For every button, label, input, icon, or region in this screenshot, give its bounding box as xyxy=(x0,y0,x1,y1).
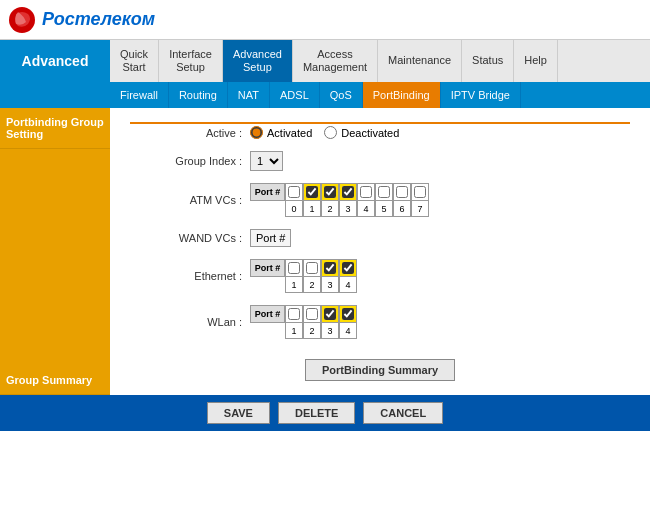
wlan-num-1: 1 xyxy=(285,323,303,339)
atm-checkbox-2[interactable] xyxy=(324,186,336,198)
save-button[interactable]: SAVE xyxy=(207,402,270,424)
deactivated-text: Deactivated xyxy=(341,127,399,139)
wlan-checkbox-row: Port # xyxy=(250,305,357,323)
wlan-checkbox-1[interactable] xyxy=(288,308,300,320)
ethernet-control: Port # 1 2 3 4 xyxy=(250,259,357,293)
subnav-iptv-bridge[interactable]: IPTV Bridge xyxy=(441,82,521,108)
wlan-cb-3[interactable] xyxy=(321,305,339,323)
eth-cb-4[interactable] xyxy=(339,259,357,277)
atm-checkbox-6[interactable] xyxy=(396,186,408,198)
nav-interface-setup[interactable]: InterfaceSetup xyxy=(159,40,223,82)
wand-vcs-control: Port # xyxy=(250,229,291,247)
atm-cb-2[interactable] xyxy=(321,183,339,201)
deactivated-radio[interactable] xyxy=(324,126,337,139)
atm-checkbox-row: Port # xyxy=(250,183,429,201)
atm-cb-1[interactable] xyxy=(303,183,321,201)
wlan-cb-1[interactable] xyxy=(285,305,303,323)
subnav-firewall[interactable]: Firewall xyxy=(110,82,169,108)
eth-num-4: 4 xyxy=(339,277,357,293)
cancel-button[interactable]: CANCEL xyxy=(363,402,443,424)
wlan-cb-2[interactable] xyxy=(303,305,321,323)
atm-num-4: 4 xyxy=(357,201,375,217)
atm-cb-6[interactable] xyxy=(393,183,411,201)
atm-num-2: 2 xyxy=(321,201,339,217)
wlan-port-table: Port # 1 2 3 4 xyxy=(250,305,357,339)
wlan-checkbox-2[interactable] xyxy=(306,308,318,320)
active-radio-group: Activated Deactivated xyxy=(250,126,399,139)
atm-cb-0[interactable] xyxy=(285,183,303,201)
wlan-row: WLan : Port # 1 2 3 4 xyxy=(130,305,630,339)
nav-maintenance[interactable]: Maintenance xyxy=(378,40,462,82)
sidebar-group-summary[interactable]: Group Summary xyxy=(0,366,110,395)
header: Ростелеком xyxy=(0,0,650,40)
eth-checkbox-row: Port # xyxy=(250,259,357,277)
deactivated-radio-label[interactable]: Deactivated xyxy=(324,126,399,139)
atm-checkbox-0[interactable] xyxy=(288,186,300,198)
nav-access-management[interactable]: AccessManagement xyxy=(293,40,378,82)
wlan-control: Port # 1 2 3 4 xyxy=(250,305,357,339)
eth-num-row: 1 2 3 4 xyxy=(250,277,357,293)
wlan-cb-4[interactable] xyxy=(339,305,357,323)
sub-nav: Firewall Routing NAT ADSL QoS PortBindin… xyxy=(0,82,650,108)
eth-num-2: 2 xyxy=(303,277,321,293)
eth-checkbox-4[interactable] xyxy=(342,262,354,274)
subnav-nat[interactable]: NAT xyxy=(228,82,270,108)
main-content: Active : Activated Deactivated Group Ind… xyxy=(110,108,650,395)
eth-num-1: 1 xyxy=(285,277,303,293)
eth-checkbox-2[interactable] xyxy=(306,262,318,274)
eth-cb-2[interactable] xyxy=(303,259,321,277)
logo-text: Ростелеком xyxy=(42,9,155,30)
active-label: Active : xyxy=(130,127,250,139)
atm-cb-5[interactable] xyxy=(375,183,393,201)
group-index-select[interactable]: 1 2 3 4 xyxy=(250,151,283,171)
eth-num-3: 3 xyxy=(321,277,339,293)
subnav-portbinding[interactable]: PortBinding xyxy=(363,82,441,108)
wlan-checkbox-4[interactable] xyxy=(342,308,354,320)
atm-cb-4[interactable] xyxy=(357,183,375,201)
wlan-port-hash: Port # xyxy=(250,305,285,323)
activated-radio-label[interactable]: Activated xyxy=(250,126,312,139)
wand-vcs-row: WAND VCs : Port # xyxy=(130,229,630,247)
atm-vcs-label: ATM VCs : xyxy=(130,194,250,206)
wlan-num-4: 4 xyxy=(339,323,357,339)
atm-num-row: 0 1 2 3 4 5 6 7 xyxy=(250,201,429,217)
wlan-checkbox-3[interactable] xyxy=(324,308,336,320)
delete-button[interactable]: DELETE xyxy=(278,402,355,424)
nav-items: QuickStart InterfaceSetup AdvancedSetup … xyxy=(110,40,650,82)
atm-port-table: Port # 0 1 2 xyxy=(250,183,429,217)
sidebar-portbinding-group-setting[interactable]: Portbinding Group Setting xyxy=(0,108,110,149)
portbinding-summary-button[interactable]: PortBinding Summary xyxy=(305,359,455,381)
group-index-row: Group Index : 1 2 3 4 xyxy=(130,151,630,171)
body-area: Portbinding Group Setting Group Summary … xyxy=(0,108,650,395)
subnav-qos[interactable]: QoS xyxy=(320,82,363,108)
nav-quick-start[interactable]: QuickStart xyxy=(110,40,159,82)
eth-checkbox-1[interactable] xyxy=(288,262,300,274)
atm-cb-7[interactable] xyxy=(411,183,429,201)
wand-vcs-label: WAND VCs : xyxy=(130,232,250,244)
eth-port-table: Port # 1 2 3 4 xyxy=(250,259,357,293)
activated-text: Activated xyxy=(267,127,312,139)
subnav-adsl[interactable]: ADSL xyxy=(270,82,320,108)
activated-radio[interactable] xyxy=(250,126,263,139)
atm-num-1: 1 xyxy=(303,201,321,217)
eth-checkbox-3[interactable] xyxy=(324,262,336,274)
wlan-num-3: 3 xyxy=(321,323,339,339)
nav-advanced-setup[interactable]: AdvancedSetup xyxy=(223,40,293,82)
atm-checkbox-3[interactable] xyxy=(342,186,354,198)
group-index-control: 1 2 3 4 xyxy=(250,151,283,171)
wlan-num-row: 1 2 3 4 xyxy=(250,323,357,339)
atm-num-3: 3 xyxy=(339,201,357,217)
sidebar: Portbinding Group Setting Group Summary xyxy=(0,108,110,395)
ethernet-row: Ethernet : Port # 1 2 3 4 xyxy=(130,259,630,293)
portbinding-summary-area: PortBinding Summary xyxy=(130,359,630,381)
eth-cb-1[interactable] xyxy=(285,259,303,277)
nav-help[interactable]: Help xyxy=(514,40,558,82)
subnav-routing[interactable]: Routing xyxy=(169,82,228,108)
atm-checkbox-1[interactable] xyxy=(306,186,318,198)
nav-status[interactable]: Status xyxy=(462,40,514,82)
atm-checkbox-7[interactable] xyxy=(414,186,426,198)
atm-cb-3[interactable] xyxy=(339,183,357,201)
eth-cb-3[interactable] xyxy=(321,259,339,277)
atm-checkbox-5[interactable] xyxy=(378,186,390,198)
atm-checkbox-4[interactable] xyxy=(360,186,372,198)
